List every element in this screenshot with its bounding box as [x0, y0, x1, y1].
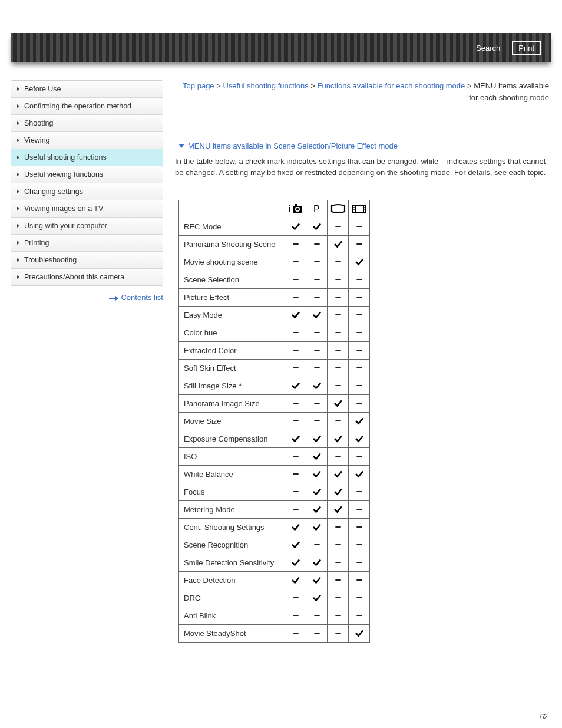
table-cell	[306, 324, 328, 341]
dash-icon	[334, 364, 342, 372]
section-anchor-link[interactable]: MENU items available in Scene Selection/…	[178, 141, 549, 150]
sidebar-item-7[interactable]: Viewing images on a TV	[11, 200, 163, 218]
sidebar-item-9[interactable]: Printing	[11, 235, 163, 252]
table-cell	[328, 235, 349, 253]
sidebar-item-4[interactable]: Useful shooting functions	[11, 149, 163, 166]
sidebar-item-2[interactable]: Shooting	[11, 115, 163, 132]
sidebar-item-1[interactable]: Confirming the operation method	[11, 98, 163, 115]
sidebar-item-6[interactable]: Changing settings	[11, 183, 163, 200]
sidebar-item-8[interactable]: Using with your computer	[11, 218, 163, 235]
print-button[interactable]: Print	[512, 41, 541, 55]
table-cell	[349, 447, 370, 465]
dash-icon	[292, 452, 300, 460]
table-row-label: REC Mode	[179, 218, 285, 235]
dash-icon	[313, 258, 321, 266]
table-row-label: Movie SteadyShot	[179, 624, 285, 642]
table-row: Movie SteadyShot	[179, 624, 370, 642]
dash-icon	[355, 311, 363, 319]
caret-right-icon	[17, 104, 19, 108]
table-cell	[285, 447, 306, 465]
sidebar-item-11[interactable]: Precautions/About this camera	[11, 269, 163, 285]
sidebar: Before UseConfirming the operation metho…	[11, 80, 163, 643]
table-row-label: Scene Recognition	[179, 536, 285, 554]
table-cell	[306, 500, 328, 518]
dash-icon	[292, 629, 300, 637]
dash-icon	[355, 576, 363, 584]
dash-icon	[292, 594, 300, 602]
caret-right-icon	[17, 190, 19, 193]
dash-icon	[334, 222, 342, 230]
sidebar-item-label: Changing settings	[24, 187, 83, 196]
table-cell	[328, 624, 349, 642]
contents-list-link[interactable]: Contents list	[11, 293, 163, 302]
table-cell	[306, 412, 328, 430]
caret-right-icon	[17, 224, 19, 228]
dash-icon	[334, 576, 342, 584]
dash-icon	[292, 611, 300, 620]
sidebar-item-label: Before Use	[24, 85, 61, 93]
availability-table: iPREC ModePanorama Shooting SceneMovie s…	[178, 200, 370, 643]
check-icon	[333, 486, 343, 497]
check-icon	[312, 433, 322, 444]
dash-icon	[292, 364, 300, 372]
table-row-label: Scene Selection	[179, 271, 285, 288]
table-cell	[328, 430, 349, 447]
check-icon	[290, 539, 301, 550]
table-cell	[349, 483, 370, 500]
dash-icon	[313, 541, 321, 549]
table-row-label: Metering Mode	[179, 500, 285, 518]
sidebar-item-5[interactable]: Useful viewing functions	[11, 166, 163, 183]
table-cell	[306, 607, 328, 624]
search-button[interactable]: Search	[471, 42, 505, 54]
main-content: Top page > Useful shooting functions > F…	[175, 80, 551, 643]
dash-icon	[292, 293, 300, 301]
dash-icon	[355, 452, 363, 460]
table-row: Color hue	[179, 324, 370, 341]
caret-right-icon	[17, 275, 19, 279]
table-cell	[306, 571, 328, 589]
table-cell	[285, 607, 306, 624]
table-cell	[328, 218, 349, 235]
breadcrumb-link-1[interactable]: Useful shooting functions	[223, 81, 308, 90]
dash-icon	[334, 258, 342, 266]
sidebar-item-3[interactable]: Viewing	[11, 132, 163, 149]
table-cell	[328, 607, 349, 624]
chevron-down-icon	[178, 144, 184, 148]
dash-icon	[313, 346, 321, 354]
table-cell	[328, 554, 349, 571]
table-row-label: Color hue	[179, 324, 285, 341]
check-icon	[333, 433, 343, 444]
table-cell	[349, 306, 370, 324]
dash-icon	[292, 328, 300, 337]
table-header-movie	[349, 200, 370, 218]
check-icon	[333, 398, 343, 409]
dash-icon	[334, 275, 342, 284]
table-cell	[306, 271, 328, 288]
page-number: 62	[540, 713, 548, 721]
check-icon	[333, 239, 343, 249]
movie-icon	[351, 203, 368, 215]
dash-icon	[355, 611, 363, 620]
table-row: White Balance	[179, 465, 370, 483]
table-row: Metering Mode	[179, 500, 370, 518]
table-cell	[349, 218, 370, 235]
dash-icon	[292, 487, 300, 496]
table-cell	[285, 536, 306, 554]
dash-icon	[334, 629, 342, 637]
table-row: Scene Selection	[179, 271, 370, 288]
breadcrumb-separator: >	[309, 81, 318, 90]
dash-icon	[334, 452, 342, 460]
table-cell	[285, 324, 306, 341]
sidebar-item-0[interactable]: Before Use	[11, 81, 163, 98]
sidebar-item-10[interactable]: Troubleshooting	[11, 252, 163, 269]
breadcrumb-link-0[interactable]: Top page	[183, 81, 214, 90]
dash-icon	[355, 346, 363, 354]
table-cell	[306, 377, 328, 394]
table-row: DRO	[179, 589, 370, 607]
section-anchor-label: MENU items available in Scene Selection/…	[188, 141, 398, 150]
breadcrumb-link-2[interactable]: Functions available for each shooting mo…	[318, 81, 465, 90]
table-cell	[306, 288, 328, 306]
dash-icon	[292, 417, 300, 425]
table-cell	[285, 235, 306, 253]
dash-icon	[292, 470, 300, 478]
